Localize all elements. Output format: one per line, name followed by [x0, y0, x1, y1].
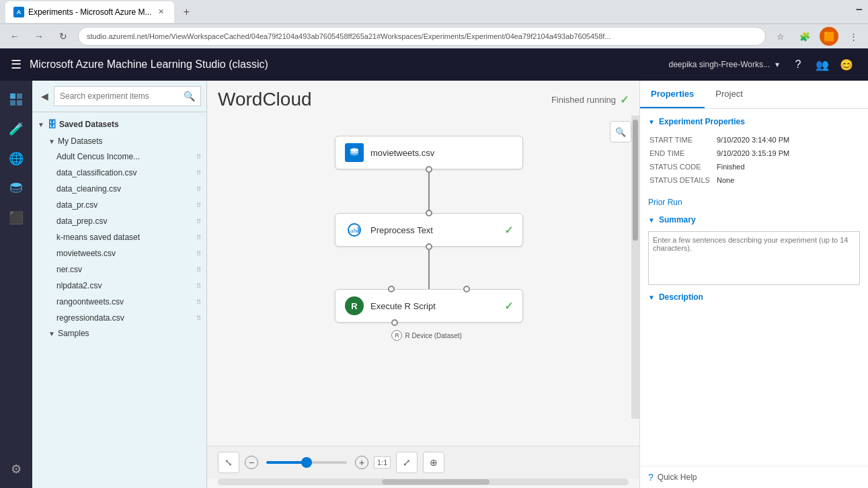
- properties-panel: Properties Project ▼ Experiment Properti…: [639, 81, 868, 488]
- props-content: ▼ Experiment Properties START TIME9/10/2…: [640, 109, 868, 466]
- back-button[interactable]: ←: [5, 27, 24, 46]
- sidebar-dataset-item[interactable]: movietweets.csv⠿: [32, 245, 206, 261]
- sidebar-item-samples[interactable]: ▼ Samples: [32, 326, 206, 341]
- props-row: START TIME9/10/2020 3:14:40 PM: [648, 133, 860, 147]
- preprocess-icon: abc: [345, 220, 364, 239]
- svg-rect-1: [17, 93, 22, 99]
- profile-button[interactable]: 🟧: [820, 27, 838, 46]
- fit-to-window-button[interactable]: ⤡: [218, 452, 239, 473]
- preprocess-input-port[interactable]: [426, 210, 432, 216]
- tab-close-button[interactable]: ✕: [155, 7, 166, 17]
- canvas-scroll-thumb-y[interactable]: [633, 120, 638, 241]
- node-execute-r[interactable]: R Execute R Script ✓ R R Device (Dataset…: [335, 289, 523, 323]
- props-collapse-arrow: ▼: [648, 118, 655, 126]
- address-bar[interactable]: studio.azureml.net/Home/ViewWorkspaceCac…: [78, 27, 766, 46]
- sidebar: ◀ 🔍 ▼ 🗄 Saved Datasets ▼ My Datasets Adu…: [32, 81, 207, 488]
- preprocess-output-port[interactable]: [426, 243, 432, 250]
- sidebar-dataset-item[interactable]: regressiondata.csv⠿: [32, 310, 206, 326]
- quick-help-label: Quick Help: [658, 473, 697, 482]
- zoom-slider-thumb[interactable]: [301, 457, 312, 468]
- community-button[interactable]: 👥: [812, 54, 833, 75]
- r-script-icon: R: [345, 296, 364, 315]
- bookmark-button[interactable]: ☆: [771, 27, 790, 46]
- node-preprocess[interactable]: abc Preprocess Text ✓: [335, 213, 523, 247]
- minimize-button[interactable]: −: [855, 3, 863, 17]
- search-input[interactable]: [60, 91, 180, 101]
- canvas-content[interactable]: movietweets.csv abc Preprocess Text ✓: [207, 116, 639, 446]
- rail-datasets-icon[interactable]: [3, 175, 30, 202]
- user-chevron: ▾: [775, 60, 779, 69]
- props-field-label: STATUS CODE: [648, 160, 715, 173]
- prior-run-link[interactable]: Prior Run: [648, 198, 860, 207]
- help-button[interactable]: ?: [787, 54, 809, 75]
- zoom-100-button[interactable]: 1:1: [374, 456, 391, 469]
- canvas-scrollbar-y[interactable]: [631, 116, 639, 419]
- r-output-port[interactable]: [391, 319, 398, 326]
- svg-rect-0: [10, 93, 15, 99]
- tab-properties[interactable]: Properties: [640, 81, 705, 108]
- drag-handle: ⠿: [194, 250, 201, 257]
- node-movietweets-label: movietweets.csv: [370, 148, 513, 158]
- sidebar-item-saved-datasets[interactable]: ▼ 🗄 Saved Datasets: [32, 115, 206, 134]
- app-title: Microsoft Azure Machine Learning Studio …: [30, 58, 660, 71]
- samples-arrow: ▼: [48, 330, 55, 337]
- node-movietweets[interactable]: movietweets.csv: [335, 136, 523, 169]
- active-tab[interactable]: A Experiments - Microsoft Azure M... ✕: [5, 1, 174, 23]
- url-text: studio.azureml.net/Home/ViewWorkspaceCac…: [87, 32, 611, 40]
- sidebar-dataset-item[interactable]: nlpdata2.csv⠿: [32, 278, 206, 294]
- summary-label: Summary: [659, 215, 696, 225]
- description-section[interactable]: ▼ Description: [648, 292, 860, 302]
- forward-button[interactable]: →: [30, 27, 48, 46]
- pan-button[interactable]: ⊕: [423, 452, 444, 473]
- svg-rect-3: [17, 100, 22, 106]
- sidebar-dataset-item[interactable]: ner.csv⠿: [32, 261, 206, 278]
- fit-selection-button[interactable]: ⤢: [396, 452, 418, 473]
- menu-button[interactable]: ⋮: [844, 27, 863, 46]
- quick-help-icon: ?: [648, 472, 654, 483]
- experiment-properties-label: Experiment Properties: [659, 117, 745, 126]
- r-input-port-right[interactable]: [463, 286, 470, 292]
- sidebar-dataset-item[interactable]: rangoontweets.csv⠿: [32, 294, 206, 310]
- sidebar-dataset-item[interactable]: k-means saved dataset⠿: [32, 229, 206, 245]
- user-info[interactable]: deepika singh-Free-Works... ▾: [668, 60, 779, 69]
- zoom-plus-button[interactable]: +: [355, 456, 368, 469]
- r-input-port-left[interactable]: [388, 286, 395, 292]
- hamburger-menu[interactable]: ☰: [11, 57, 22, 72]
- sidebar-dataset-item[interactable]: Adult Cencus Income...⠿: [32, 149, 206, 165]
- rail-experiments-icon[interactable]: [3, 86, 30, 113]
- rail-science-icon[interactable]: 🧪: [3, 116, 30, 143]
- movietweets-output-port[interactable]: [426, 166, 432, 173]
- props-field-value: None: [715, 173, 860, 187]
- sidebar-tree: ▼ 🗄 Saved Datasets ▼ My Datasets Adult C…: [32, 112, 206, 488]
- canvas-scroll-thumb-x[interactable]: [382, 479, 489, 485]
- svg-rect-2: [10, 100, 15, 106]
- sidebar-dataset-item[interactable]: data_pr.csv⠿: [32, 197, 206, 213]
- sidebar-dataset-item[interactable]: data_cleaning.csv⠿: [32, 181, 206, 197]
- quick-help[interactable]: ? Quick Help: [640, 466, 868, 488]
- rail-settings-icon[interactable]: ⚙: [3, 456, 30, 483]
- sidebar-dataset-item[interactable]: data_prep.csv⠿: [32, 213, 206, 229]
- sidebar-collapse-button[interactable]: ◀: [38, 89, 51, 103]
- refresh-button[interactable]: ↻: [54, 27, 73, 46]
- props-row: STATUS DETAILSNone: [648, 173, 860, 187]
- extensions-button[interactable]: 🧩: [795, 27, 814, 46]
- props-field-value: 9/10/2020 3:14:40 PM: [715, 133, 860, 147]
- canvas-scrollbar-x[interactable]: [218, 479, 629, 485]
- rail-models-icon[interactable]: ⬛: [3, 204, 30, 231]
- smiley-button[interactable]: 😊: [836, 54, 857, 75]
- summary-textarea[interactable]: [648, 231, 860, 285]
- tab-project[interactable]: Project: [705, 81, 753, 108]
- zoom-minus-button[interactable]: −: [245, 456, 258, 469]
- run-status-check: ✓: [620, 93, 629, 106]
- experiment-properties-section[interactable]: ▼ Experiment Properties: [648, 117, 860, 126]
- sidebar-dataset-item[interactable]: data_classification.csv⠿: [32, 165, 206, 181]
- rail-globe-icon[interactable]: 🌐: [3, 145, 30, 172]
- zoom-slider-track[interactable]: [266, 461, 347, 464]
- my-datasets-arrow: ▼: [48, 138, 55, 145]
- canvas-search-button[interactable]: 🔍: [610, 121, 631, 143]
- node-execute-r-label: Execute R Script: [370, 301, 498, 311]
- new-tab-button[interactable]: +: [177, 3, 196, 22]
- sidebar-item-my-datasets[interactable]: ▼ My Datasets: [32, 134, 206, 149]
- summary-section[interactable]: ▼ Summary: [648, 215, 860, 225]
- my-datasets-label: My Datasets: [58, 136, 103, 146]
